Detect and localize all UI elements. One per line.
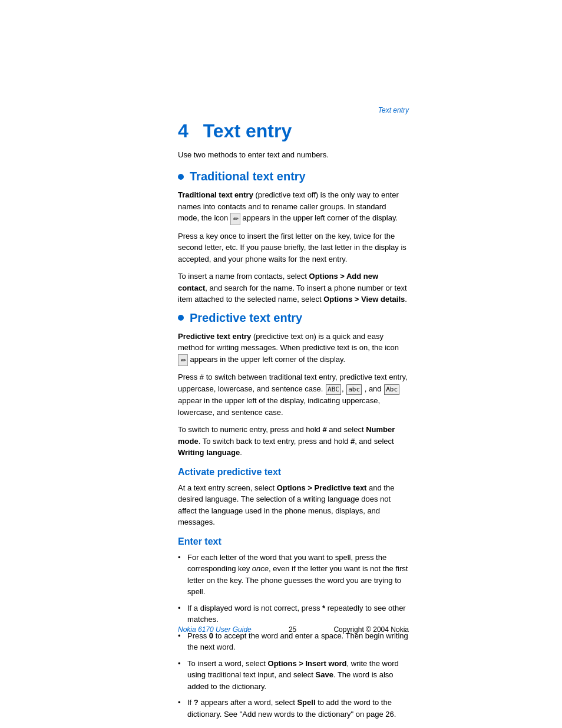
predictive-heading-text: Predictive text entry bbox=[190, 311, 302, 325]
activate-heading-text: Activate predictive text bbox=[178, 467, 281, 477]
predictive-pencil-icon: ✏ bbox=[178, 354, 188, 367]
activate-para1: At a text entry screen, select Options >… bbox=[178, 482, 409, 528]
list-item: If ? appears after a word, select Spell … bbox=[178, 697, 409, 720]
traditional-bullet bbox=[178, 174, 184, 180]
activate-heading: Activate predictive text bbox=[178, 467, 409, 477]
traditional-heading-text: Traditional text entry bbox=[190, 170, 306, 183]
page-header: Text entry bbox=[0, 0, 562, 118]
footer-copyright: Copyright © 2004 Nokia bbox=[333, 625, 409, 634]
traditional-para1-end: appears in the upper left corner of the … bbox=[240, 213, 398, 222]
predictive-para2: Press # to switch between traditional te… bbox=[178, 371, 409, 418]
traditional-para3: To insert a name from contacts, select O… bbox=[178, 271, 409, 305]
enter-text-heading-text: Enter text bbox=[178, 536, 222, 546]
enter-text-list: For each letter of the word that you wan… bbox=[178, 552, 409, 720]
traditional-para1: Traditional text entry (predictive text … bbox=[178, 189, 409, 225]
predictive-para1: Predictive text entry (predictive text o… bbox=[178, 331, 409, 366]
kbd-uppercase: ABC bbox=[326, 384, 341, 396]
kbd-sentence: Abc bbox=[384, 384, 399, 396]
traditional-para1-bold: Traditional text entry bbox=[178, 190, 253, 199]
traditional-heading: Traditional text entry bbox=[178, 170, 409, 183]
predictive-para1-end: appears in the upper left corner of the … bbox=[188, 355, 345, 364]
footer-page-number: 25 bbox=[289, 625, 296, 634]
predictive-para3: To switch to numeric entry, press and ho… bbox=[178, 424, 409, 459]
page-container: Text entry 4 Text entry Use two methods … bbox=[0, 0, 562, 728]
chapter-heading: 4 Text entry bbox=[178, 120, 409, 142]
list-item: For each letter of the word that you wan… bbox=[178, 552, 409, 598]
enter-text-heading: Enter text bbox=[178, 536, 409, 547]
list-item: To insert a word, select Options > Inser… bbox=[178, 658, 409, 693]
kbd-lowercase: abc bbox=[346, 384, 362, 396]
footer-left: Nokia 6170 User Guide bbox=[178, 625, 252, 634]
list-item: If a displayed word is not correct, pres… bbox=[178, 602, 409, 625]
predictive-bullet bbox=[178, 315, 184, 321]
traditional-para2: Press a key once to insert the first let… bbox=[178, 230, 409, 265]
chapter-title: Text entry bbox=[203, 120, 292, 141]
pencil-icon: ✏ bbox=[230, 213, 240, 225]
page-footer: Nokia 6170 User Guide 25 Copyright © 200… bbox=[178, 625, 409, 634]
predictive-heading: Predictive text entry bbox=[178, 311, 409, 325]
predictive-para2-last: appear in the upper left of the display,… bbox=[178, 396, 380, 417]
chapter-intro: Use two methods to enter text and number… bbox=[178, 150, 409, 159]
predictive-para1-bold: Predictive text entry bbox=[178, 332, 251, 341]
chapter-number: 4 bbox=[178, 120, 189, 141]
header-section-title: Text entry bbox=[378, 106, 409, 114]
predictive-para2-end: , and bbox=[365, 384, 384, 393]
